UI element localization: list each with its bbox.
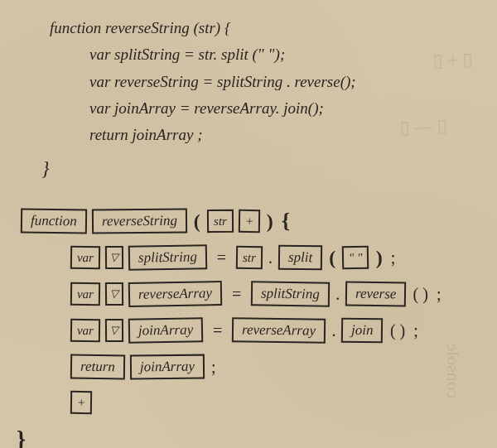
dot-symbol: . [331, 321, 336, 340]
equals-symbol: = [212, 248, 231, 267]
lparen-symbol: ( [327, 247, 337, 269]
var-type-dropdown[interactable]: ▽ [105, 319, 123, 342]
return-value-block[interactable]: joinArray [130, 354, 205, 380]
var-type-dropdown[interactable]: ▽ [105, 246, 123, 269]
block-row-function: function reverseString ( str + ) { [21, 209, 480, 234]
add-param-button[interactable]: + [238, 210, 260, 233]
semicolon-symbol: ; [389, 248, 398, 267]
method-reverse-block[interactable]: reverse [345, 282, 407, 307]
var-keyword-block[interactable]: var [70, 319, 100, 342]
block-closing-brace: } [17, 426, 480, 448]
varname-splitstring-block[interactable]: splitString [128, 244, 207, 271]
rparen-symbol: ) [265, 210, 275, 233]
equals-symbol: = [227, 285, 246, 304]
block-row-var-joinarray: var ▽ joinArray = reverseArray . join ( … [21, 318, 480, 343]
block-row-add: + [21, 391, 480, 414]
code-line-3: var reverseString = splitString . revers… [50, 69, 480, 95]
object-str-block[interactable]: str [236, 246, 263, 269]
equals-symbol: = [208, 321, 227, 340]
var-type-dropdown[interactable]: ▽ [105, 282, 123, 306]
semicolon-symbol: ; [412, 321, 420, 340]
return-keyword-block[interactable]: return [70, 354, 125, 380]
function-keyword-block[interactable]: function [21, 209, 87, 234]
var-keyword-block[interactable]: var [70, 246, 100, 269]
dot-symbol: . [335, 285, 340, 304]
semicolon-symbol: ; [435, 285, 443, 304]
code-line-5: return joinArray ; [50, 122, 480, 148]
arg-quote-block[interactable]: " " [342, 246, 369, 270]
object-reversearray-block[interactable]: reverseArray [232, 317, 326, 344]
function-name-block[interactable]: reverseString [92, 209, 187, 234]
block-row-var-reversearray: var ▽ reverseArray = splitString . rever… [21, 282, 480, 306]
method-split-block[interactable]: split [278, 245, 323, 271]
lparen-symbol: ( [192, 210, 202, 233]
var-keyword-block[interactable]: var [70, 282, 100, 306]
method-join-block[interactable]: join [341, 318, 384, 344]
handwritten-code-section: function reverseString (str) { var split… [50, 15, 480, 185]
block-row-var-splitstring: var ▽ splitString = str . split ( " " ) … [21, 245, 480, 270]
code-line-4: var joinArray = reverseArray. join(); [50, 95, 480, 122]
code-closing-brace: } [41, 152, 480, 185]
param-block[interactable]: str [207, 210, 234, 233]
empty-parens-symbol: ( ) [388, 321, 407, 340]
rparen-symbol: ) [374, 247, 384, 269]
lbrace-symbol: { [280, 209, 292, 234]
block-editor-section: function reverseString ( str + ) { var ▽… [21, 209, 480, 448]
dot-symbol: . [268, 248, 273, 267]
code-line-1: function reverseString (str) { [50, 15, 480, 41]
block-row-return: return joinArray ; [21, 354, 480, 379]
empty-parens-symbol: ( ) [412, 285, 430, 304]
code-line-2: var splitString = str. split (" "); [50, 41, 480, 68]
add-statement-button[interactable]: + [70, 391, 93, 414]
varname-joinarray-block[interactable]: joinArray [128, 317, 204, 344]
object-splitstring-block[interactable]: splitString [251, 282, 330, 307]
semicolon-symbol: ; [210, 358, 218, 377]
varname-reversearray-block[interactable]: reverseArray [128, 281, 223, 307]
